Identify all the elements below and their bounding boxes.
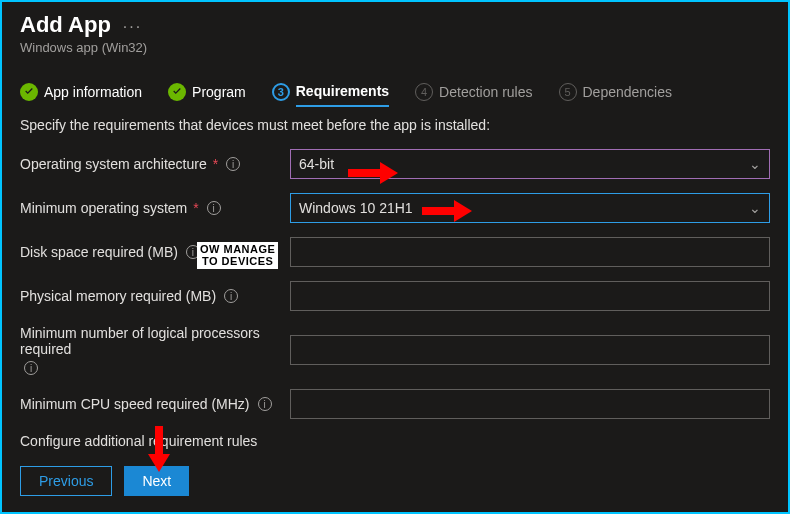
watermark-logo: OW MANAGE TO DEVICES xyxy=(197,242,278,269)
cpu-speed-input[interactable] xyxy=(290,389,770,419)
info-icon[interactable]: i xyxy=(207,201,221,215)
field-label: Operating system architecture xyxy=(20,156,207,172)
instruction-text: Specify the requirements that devices mu… xyxy=(20,117,770,133)
step-number-icon: 5 xyxy=(559,83,577,101)
chevron-down-icon: ⌄ xyxy=(749,156,761,172)
wizard-tabs: App information Program 3 Requirements 4… xyxy=(20,83,770,101)
required-mark: * xyxy=(193,200,198,216)
field-label: Minimum operating system xyxy=(20,200,187,216)
field-label: Minimum number of logical processors req… xyxy=(20,325,290,357)
tab-label: Detection rules xyxy=(439,84,532,100)
check-icon xyxy=(168,83,186,101)
field-label: Physical memory required (MB) xyxy=(20,288,216,304)
info-icon[interactable]: i xyxy=(258,397,272,411)
row-cpu-speed: Minimum CPU speed required (MHz) i xyxy=(20,389,770,419)
tab-app-information[interactable]: App information xyxy=(20,83,142,101)
tab-label: App information xyxy=(44,84,142,100)
dropdown-value: Windows 10 21H1 xyxy=(299,200,413,216)
row-min-os: Minimum operating system * i Windows 10 … xyxy=(20,193,770,223)
wizard-footer: Previous Next xyxy=(20,466,189,496)
row-logical-processors: Minimum number of logical processors req… xyxy=(20,325,770,375)
page-title: Add App xyxy=(20,12,111,38)
info-icon[interactable]: i xyxy=(224,289,238,303)
page-subtitle: Windows app (Win32) xyxy=(20,40,770,55)
field-label: Minimum CPU speed required (MHz) xyxy=(20,396,250,412)
check-icon xyxy=(20,83,38,101)
tab-label: Requirements xyxy=(296,83,389,99)
next-button[interactable]: Next xyxy=(124,466,189,496)
field-label: Disk space required (MB) xyxy=(20,244,178,260)
additional-rules-label: Configure additional requirement rules xyxy=(20,433,770,449)
previous-button[interactable]: Previous xyxy=(20,466,112,496)
step-number-icon: 3 xyxy=(272,83,290,101)
row-os-architecture: Operating system architecture * i 64-bit… xyxy=(20,149,770,179)
dropdown-value: 64-bit xyxy=(299,156,334,172)
chevron-down-icon: ⌄ xyxy=(749,200,761,216)
tab-detection-rules[interactable]: 4 Detection rules xyxy=(415,83,532,101)
tab-dependencies[interactable]: 5 Dependencies xyxy=(559,83,673,101)
tab-requirements[interactable]: 3 Requirements xyxy=(272,83,389,101)
tab-label: Dependencies xyxy=(583,84,673,100)
info-icon[interactable]: i xyxy=(226,157,240,171)
tab-program[interactable]: Program xyxy=(168,83,246,101)
row-disk-space: Disk space required (MB) i xyxy=(20,237,770,267)
required-mark: * xyxy=(213,156,218,172)
more-icon[interactable]: ··· xyxy=(123,18,142,36)
info-icon[interactable]: i xyxy=(24,361,38,375)
os-architecture-dropdown[interactable]: 64-bit ⌄ xyxy=(290,149,770,179)
tab-label: Program xyxy=(192,84,246,100)
disk-space-input[interactable] xyxy=(290,237,770,267)
row-physical-memory: Physical memory required (MB) i xyxy=(20,281,770,311)
physical-memory-input[interactable] xyxy=(290,281,770,311)
step-number-icon: 4 xyxy=(415,83,433,101)
min-os-dropdown[interactable]: Windows 10 21H1 ⌄ xyxy=(290,193,770,223)
logical-processors-input[interactable] xyxy=(290,335,770,365)
